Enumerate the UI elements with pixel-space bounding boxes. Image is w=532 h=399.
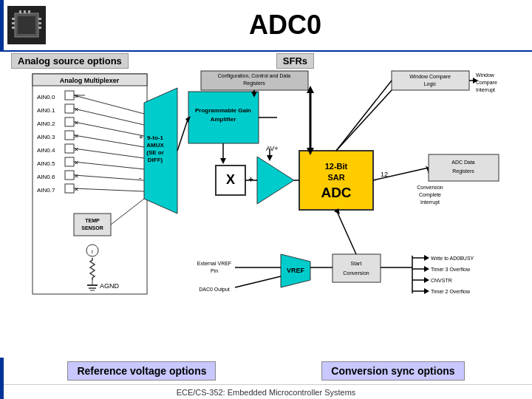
svg-marker-72 [251,92,257,98]
svg-rect-31 [65,157,74,166]
svg-text:Interrupt: Interrupt [420,200,440,205]
svg-marker-95 [426,166,431,174]
svg-text:Complete: Complete [419,192,441,198]
svg-text:VREF: VREF [287,267,305,274]
svg-text:Configuration, Control and Dat: Configuration, Control and Data [218,73,291,79]
svg-text:SENSOR: SENSOR [81,225,103,231]
svg-rect-10 [28,10,30,13]
svg-text:Programmable Gain: Programmable Gain [195,107,251,114]
svg-rect-25 [65,131,74,140]
svg-text:CNVSTR: CNVSTR [431,278,452,283]
svg-text:Window: Window [476,72,495,78]
svg-text:Window Compare: Window Compare [409,74,451,80]
svg-text:Registers: Registers [243,81,265,86]
svg-marker-77 [220,158,226,164]
svg-rect-97 [429,154,499,181]
svg-text:✕: ✕ [74,133,79,140]
svg-rect-34 [65,171,74,180]
svg-rect-11 [33,74,147,294]
diagram-svg: Analog Multiplexer AIN0.0 ✕ AIN0.1 ✕ AIN… [0,69,532,358]
svg-text:AV+: AV+ [266,145,279,152]
svg-rect-8 [19,10,21,13]
svg-text:Conversion: Conversion [417,185,443,190]
svg-text:TEMP: TEMP [85,218,100,223]
svg-text:Start: Start [351,261,362,266]
svg-rect-52 [74,214,111,236]
svg-text:✕: ✕ [74,173,79,180]
svg-rect-6 [38,22,41,24]
footer: ECE/CS-352: Embedded Microcontroller Sys… [0,384,532,399]
svg-text:✕: ✕ [74,146,79,153]
svg-text:-: - [139,174,141,182]
svg-text:Conversion: Conversion [343,270,369,276]
svg-line-135 [336,210,356,254]
svg-text:AIN0.0: AIN0.0 [37,94,55,100]
svg-rect-68 [201,71,308,90]
svg-text:ADC: ADC [321,185,351,200]
svg-text:i: i [92,248,93,255]
svg-rect-86 [392,71,469,90]
svg-rect-79 [216,166,245,195]
svg-text:✕: ✕ [74,93,79,100]
analog-source-label: Analog source options [11,53,129,69]
svg-marker-131 [424,288,429,294]
svg-rect-4 [12,27,15,29]
svg-text:12-Bit: 12-Bit [325,162,348,171]
svg-line-39 [74,95,144,114]
page-title: ADC0 [249,10,321,40]
svg-marker-136 [334,208,340,214]
svg-rect-28 [65,144,74,153]
svg-line-45 [74,175,144,180]
svg-rect-22 [65,117,74,126]
svg-text:(SE or: (SE or [146,149,164,156]
svg-rect-15 [65,91,74,100]
svg-text:Registers: Registers [452,168,474,174]
svg-rect-5 [38,18,41,20]
svg-rect-89 [299,151,373,210]
svg-text:AIN0.3: AIN0.3 [37,134,55,140]
svg-marker-82 [257,157,294,204]
svg-text:AMUX: AMUX [146,142,164,149]
svg-text:AIN0.2: AIN0.2 [37,120,55,127]
svg-text:SAR: SAR [327,173,344,182]
diagram-area: Analog Multiplexer AIN0.0 ✕ AIN0.1 ✕ AIN… [0,69,532,358]
svg-marker-111 [307,148,314,155]
svg-rect-2 [12,18,15,20]
svg-text:DIFF): DIFF) [148,157,163,163]
svg-rect-12 [33,74,147,86]
header: ADC0 [0,0,532,52]
svg-text:+: + [248,174,253,185]
svg-rect-37 [65,184,74,193]
svg-line-44 [74,162,144,169]
svg-text:Compare: Compare [476,80,497,86]
svg-rect-19 [65,104,74,113]
svg-marker-128 [424,277,429,283]
svg-text:✕: ✕ [74,106,79,113]
svg-marker-84 [267,155,273,161]
svg-text:Timer 3 Overflow: Timer 3 Overflow [431,267,471,272]
svg-text:✕: ✕ [74,160,79,166]
svg-text:Logic: Logic [424,81,437,87]
svg-text:AIN0.7: AIN0.7 [37,187,55,194]
svg-marker-125 [424,266,429,272]
svg-marker-110 [307,86,314,93]
svg-rect-9 [24,10,26,13]
svg-text:Timer 2 Overflow: Timer 2 Overflow [431,289,471,294]
svg-text:X: X [226,172,235,187]
svg-text:AGND: AGND [100,282,120,290]
bottom-labels: Reference voltage options Conversion syn… [0,358,532,384]
svg-line-46 [74,188,144,191]
svg-marker-47 [144,88,177,214]
svg-marker-116 [281,254,310,287]
svg-marker-74 [185,116,191,123]
sfrs-label: SFRs [276,53,314,69]
svg-text:ADC Data: ADC Data [451,160,475,165]
svg-line-103 [336,81,392,151]
svg-text:AIN0.6: AIN0.6 [37,174,55,180]
reference-voltage-label: Reference voltage options [67,361,216,381]
svg-line-62 [111,199,144,225]
footer-text: ECE/CS-352: Embedded Microcontroller Sys… [177,388,356,397]
svg-line-94 [373,168,429,180]
svg-text:External VREF: External VREF [197,261,231,266]
svg-line-73 [177,117,188,151]
